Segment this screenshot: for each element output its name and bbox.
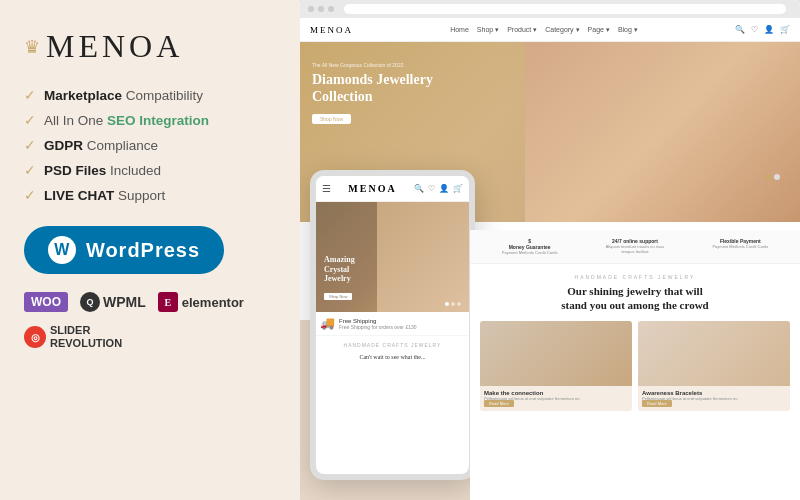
shipping-truck-icon: 🚚 (320, 316, 335, 331)
mobile-cart-icon: 🛒 (453, 184, 463, 193)
dot-2 (774, 174, 780, 180)
mobile-main-text: Can't wait to see what the... (316, 354, 469, 362)
feature-gdpr: ✓ GDPR Compliance (24, 137, 276, 154)
site-header: MENOA Home Shop ▾ Product ▾ Category ▾ P… (300, 18, 800, 42)
feature-text-2: All In One SEO Integration (44, 113, 209, 128)
elementor-icon: E (158, 292, 178, 312)
product-cards-row: Make the connection Pellentesque vel lac… (480, 321, 790, 411)
elementor-text: elementor (182, 295, 244, 310)
desktop-hero-title: Diamonds JewelleryCollection (312, 72, 433, 106)
mobile-section-label: HANDMADE CRAFTS JEWELRY (316, 336, 469, 354)
mobile-hero-dots (445, 302, 461, 306)
brand-name: MENOA (46, 28, 183, 65)
desktop-main-title: Our shining jewelry that willstand you o… (480, 284, 790, 313)
check-icon-5: ✓ (24, 187, 36, 204)
feature-text-3: GDPR Compliance (44, 138, 158, 153)
elementor-logo: E elementor (158, 292, 244, 312)
nav-page: Page ▾ (588, 26, 610, 34)
mobile-mockup: ☰ MENOA 🔍 ♡ 👤 🛒 AmazingCrystalJewelry Sh… (310, 170, 475, 480)
mobile-hero-image (377, 202, 469, 312)
wpml-text: WPML (103, 294, 146, 310)
feature-text-1: Marketplace Compatibility (44, 88, 203, 103)
feature-psd: ✓ PSD Files Included (24, 162, 276, 179)
nav-blog: Blog ▾ (618, 26, 638, 34)
mobile-user-icon: 👤 (439, 184, 449, 193)
check-icon-3: ✓ (24, 137, 36, 154)
wordpress-label: WordPress (86, 239, 200, 262)
brand-logo: ♛ MENOA (24, 28, 276, 65)
browser-dot-1 (308, 6, 314, 12)
browser-dot-3 (328, 6, 334, 12)
feature-marketplace: ✓ Marketplace Compatibility (24, 87, 276, 104)
wpml-circle-icon: Q (80, 292, 100, 312)
slider-revolution-logo: ◎ SLIDERREVOLUTION (24, 324, 122, 350)
shipping-info: Free Shipping Free Shipping for orders o… (339, 318, 417, 330)
left-panel: ♛ MENOA ✓ Marketplace Compatibility ✓ Al… (0, 0, 300, 500)
hero-model-image (525, 42, 800, 222)
mobile-search-icon: 🔍 (414, 184, 424, 193)
wishlist-icon: ♡ (751, 25, 758, 34)
wordpress-badge[interactable]: W WordPress (24, 226, 224, 274)
nav-home: Home (450, 26, 469, 34)
feature-seo: ✓ All In One SEO Integration (24, 112, 276, 129)
mobile-hero-title: AmazingCrystalJewelry (324, 255, 355, 284)
mobile-dot-1 (445, 302, 449, 306)
hero-small-text: The All New Gorgeous Collection of 2022 (312, 62, 433, 68)
mobile-dot-2 (451, 302, 455, 306)
shipping-subtitle: Free Shipping for orders over £130 (339, 324, 417, 330)
slider-revolution-icon: ◎ (24, 326, 46, 348)
product-card-1-image (480, 321, 632, 386)
mobile-brand-name: MENOA (348, 183, 396, 194)
site-nav: Home Shop ▾ Product ▾ Category ▾ Page ▾ … (450, 26, 638, 34)
mobile-hero-section: AmazingCrystalJewelry Shop Now (316, 202, 469, 312)
browser-bar (300, 0, 800, 18)
mobile-heart-icon: ♡ (428, 184, 435, 193)
desktop-feature-1: $ Money Guarantee Payment Methods Credit… (480, 238, 579, 255)
desktop-section-label: HANDMADE CRAFTS JEWELRY (480, 274, 790, 280)
check-icon-4: ✓ (24, 162, 36, 179)
crown-icon: ♛ (24, 36, 40, 58)
mobile-menu-icon: ☰ (322, 183, 331, 194)
dot-active (765, 174, 771, 180)
mobile-dot-3 (457, 302, 461, 306)
slider-revolution-text: SLIDERREVOLUTION (50, 324, 122, 350)
desktop-hero-cta[interactable]: Shop Now (312, 114, 351, 124)
wpml-logo: Q WPML (80, 292, 146, 312)
desktop-lower-section: $ Money Guarantee Payment Methods Credit… (470, 230, 800, 500)
nav-product: Product ▾ (507, 26, 537, 34)
feature-chat: ✓ LIVE CHAT Support (24, 187, 276, 204)
mobile-header: ☰ MENOA 🔍 ♡ 👤 🛒 (316, 176, 469, 202)
partner-logos: WOO Q WPML E elementor ◎ SLIDERREVOLUTIO… (24, 292, 276, 350)
desktop-main-content: HANDMADE CRAFTS JEWELRY Our shining jewe… (470, 264, 800, 421)
feature-text-5: LIVE CHAT Support (44, 188, 165, 203)
read-more-btn-1[interactable]: Read More (484, 400, 514, 407)
check-icon-2: ✓ (24, 112, 36, 129)
browser-url-bar (344, 4, 786, 14)
woocommerce-logo: WOO (24, 292, 68, 312)
mobile-header-icons: 🔍 ♡ 👤 🛒 (414, 184, 463, 193)
features-list: ✓ Marketplace Compatibility ✓ All In One… (24, 87, 276, 204)
wordpress-logo-icon: W (48, 236, 76, 264)
read-more-btn-2[interactable]: Read More (642, 400, 672, 407)
product-card-1: Make the connection Pellentesque vel lac… (480, 321, 632, 411)
search-icon: 🔍 (735, 25, 745, 34)
feature-text-4: PSD Files Included (44, 163, 161, 178)
feature-support-desc: Aliquam tincidunt mauris eu risustempus … (585, 244, 684, 254)
nav-category: Category ▾ (545, 26, 579, 34)
mobile-shipping-section: 🚚 Free Shipping Free Shipping for orders… (316, 312, 469, 336)
browser-dot-2 (318, 6, 324, 12)
desktop-feature-2: 24/7 online support Aliquam tincidunt ma… (585, 238, 684, 255)
site-logo-text: MENOA (310, 25, 353, 35)
product-card-2: Awareness Bracelets Pellentesque vel lac… (638, 321, 790, 411)
desktop-features-row: $ Money Guarantee Payment Methods Credit… (470, 230, 800, 264)
desktop-hero-content: The All New Gorgeous Collection of 2022 … (312, 62, 433, 125)
mobile-hero-cta[interactable]: Shop Now (324, 293, 352, 300)
product-card-2-image (638, 321, 790, 386)
site-icons: 🔍 ♡ 👤 🛒 (735, 25, 790, 34)
right-panel: MENOA Home Shop ▾ Product ▾ Category ▾ P… (300, 0, 800, 500)
feature-money-desc: Payment Methods Credit Cards (480, 250, 579, 255)
nav-shop: Shop ▾ (477, 26, 499, 34)
mobile-hero-content: AmazingCrystalJewelry Shop Now (324, 255, 355, 302)
user-icon: 👤 (764, 25, 774, 34)
cart-icon: 🛒 (780, 25, 790, 34)
